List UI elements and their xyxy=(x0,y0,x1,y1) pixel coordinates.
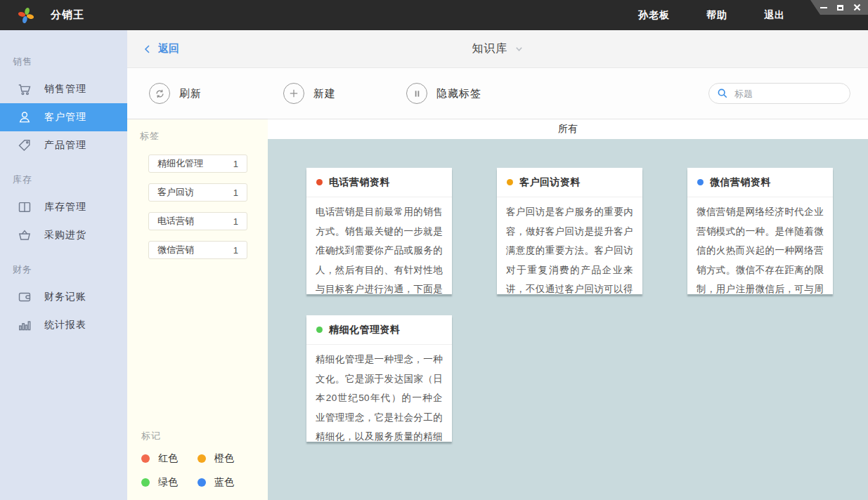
user-menu[interactable]: 孙老板 xyxy=(638,9,670,22)
card-refined-management[interactable]: 精细化管理资料 精细化管理是一种理念，一种文化。它是源于发达国家（日本20世纪5… xyxy=(306,315,452,442)
card-body: 微信营销是网络经济时代企业营销模式的一种。是伴随着微信的火热而兴起的一种网络营销… xyxy=(687,197,833,294)
tag-name: 客户回访 xyxy=(157,186,194,199)
tag-chip-wechat-marketing[interactable]: 微信营销 1 xyxy=(148,241,247,259)
mark-orange[interactable]: 橙色 xyxy=(197,452,254,465)
tags-label: 标签 xyxy=(140,130,268,143)
card-body: 精细化管理是一种理念，一种文化。它是源于发达国家（日本20世纪50年代）的一种企… xyxy=(306,345,452,442)
sidebar-item-purchasing[interactable]: 采购进货 xyxy=(0,221,127,249)
sidebar-item-label: 统计报表 xyxy=(44,319,86,331)
card-title: 电话营销资料 xyxy=(329,176,390,189)
sidebar-section-inventory: 库存 xyxy=(0,159,127,193)
sidebar-section-sales: 销售 xyxy=(0,41,127,75)
new-label: 新建 xyxy=(313,87,336,100)
toolbar: 刷新 新建 隐藏标签 xyxy=(127,68,868,119)
mark-name: 绿色 xyxy=(158,476,178,489)
app-window: 分销王 孙老板 帮助 退出 销售 销售管理 xyxy=(0,0,868,500)
sidebar-item-sales-management[interactable]: 销售管理 xyxy=(0,75,127,103)
green-dot-icon xyxy=(316,327,323,333)
refresh-button[interactable]: 刷新 xyxy=(149,83,202,104)
tags-panel: 标签 精细化管理 1 客户回访 1 电话营销 1 微信营销 xyxy=(127,119,268,500)
sidebar-item-product-management[interactable]: 产品管理 xyxy=(0,131,127,159)
green-dot-icon xyxy=(141,478,150,487)
chart-icon xyxy=(17,317,32,333)
tag-chip-refined-management[interactable]: 精细化管理 1 xyxy=(148,154,247,173)
titlebar: 分销王 孙老板 帮助 退出 xyxy=(0,0,868,30)
back-label: 返回 xyxy=(158,42,179,55)
blue-dot-icon xyxy=(197,478,206,487)
search-box xyxy=(708,83,850,104)
mark-red[interactable]: 红色 xyxy=(141,452,197,465)
chevron-down-icon[interactable] xyxy=(514,44,524,53)
chevron-left-icon xyxy=(143,44,153,54)
tag-count: 1 xyxy=(233,188,238,198)
wallet-icon xyxy=(17,289,32,305)
sidebar-item-reports[interactable]: 统计报表 xyxy=(0,311,127,339)
tag-name: 微信营销 xyxy=(157,244,194,256)
red-dot-icon xyxy=(316,179,323,185)
search-input[interactable] xyxy=(708,83,850,104)
mark-name: 橙色 xyxy=(214,452,234,465)
card-wechat-marketing[interactable]: 微信营销资料 微信营销是网络经济时代企业营销模式的一种。是伴随着微信的火热而兴起… xyxy=(687,168,833,294)
close-icon[interactable] xyxy=(853,4,861,11)
pause-icon xyxy=(412,88,422,99)
new-button[interactable]: 新建 xyxy=(283,83,336,104)
group-header-all[interactable]: 所有 xyxy=(268,119,868,139)
refresh-label: 刷新 xyxy=(179,87,202,100)
minimize-icon[interactable] xyxy=(820,4,827,11)
plus-icon xyxy=(288,88,299,99)
page-header: 返回 知识库 xyxy=(127,30,868,68)
maximize-icon[interactable] xyxy=(836,4,844,11)
tag-chip-customer-followup[interactable]: 客户回访 1 xyxy=(148,183,247,202)
app-title: 分销王 xyxy=(51,8,84,22)
sidebar-item-label: 产品管理 xyxy=(44,139,86,152)
sidebar-section-finance: 财务 xyxy=(0,249,127,283)
book-icon xyxy=(17,199,32,215)
tag-icon xyxy=(17,138,32,153)
card-body: 电话营销是目前最常用的销售方式。销售最关键的一步就是准确找到需要你产品或服务的人… xyxy=(306,197,452,294)
sidebar-item-label: 财务记账 xyxy=(44,291,86,303)
tag-chip-telemarketing[interactable]: 电话营销 1 xyxy=(148,212,247,230)
search-icon xyxy=(717,88,728,99)
sidebar-item-label: 客户管理 xyxy=(44,111,86,124)
cart-icon xyxy=(17,81,32,97)
app-logo-pinwheel-icon xyxy=(17,6,35,25)
knowledge-board: 所有 电话营销资料 电话营销是目前最常用的销售方式。销售最关键的一步就是准确找到… xyxy=(268,119,868,500)
back-button[interactable]: 返回 xyxy=(143,42,179,55)
help-menu[interactable]: 帮助 xyxy=(706,9,727,22)
sidebar-item-label: 库存管理 xyxy=(44,201,86,213)
tag-count: 1 xyxy=(233,216,238,227)
basket-icon xyxy=(17,228,32,243)
sidebar-item-bookkeeping[interactable]: 财务记账 xyxy=(0,283,127,311)
red-dot-icon xyxy=(141,454,150,463)
mark-green[interactable]: 绿色 xyxy=(141,476,197,489)
card-customer-followup[interactable]: 客户回访资料 客户回访是客户服务的重要内容，做好客户回访是提升客户满意度的重要方… xyxy=(497,168,642,294)
card-title: 微信营销资料 xyxy=(710,176,771,189)
marks-section: 标记 红色 橙色 绿色 xyxy=(127,430,268,500)
card-body: 客户回访是客户服务的重要内容，做好客户回访是提升客户满意度的重要方法。客户回访对… xyxy=(497,197,642,294)
tag-name: 精细化管理 xyxy=(157,157,203,170)
sidebar-item-label: 采购进货 xyxy=(44,229,86,242)
user-icon xyxy=(17,110,32,125)
refresh-icon xyxy=(154,88,166,100)
mark-name: 蓝色 xyxy=(214,476,234,489)
mark-blue[interactable]: 蓝色 xyxy=(197,476,254,489)
page-title[interactable]: 知识库 xyxy=(472,41,508,56)
card-telemarketing[interactable]: 电话营销资料 电话营销是目前最常用的销售方式。销售最关键的一步就是准确找到需要你… xyxy=(306,168,452,294)
marks-label: 标记 xyxy=(141,430,268,442)
sidebar-item-inventory-management[interactable]: 库存管理 xyxy=(0,193,127,221)
sidebar-item-label: 销售管理 xyxy=(44,83,86,96)
window-controls xyxy=(810,0,868,15)
tag-name: 电话营销 xyxy=(157,215,194,228)
sidebar-item-customer-management[interactable]: 客户管理 xyxy=(0,103,127,131)
tag-count: 1 xyxy=(233,159,238,169)
mark-name: 红色 xyxy=(158,452,178,465)
orange-dot-icon xyxy=(507,179,513,185)
orange-dot-icon xyxy=(197,454,206,463)
blue-dot-icon xyxy=(697,179,704,185)
sidebar: 销售 销售管理 客户管理 产品管理 xyxy=(0,30,127,500)
card-title: 精细化管理资料 xyxy=(329,324,401,336)
hide-tags-label: 隐藏标签 xyxy=(436,87,481,100)
hide-tags-button[interactable]: 隐藏标签 xyxy=(406,83,481,104)
logout-button[interactable]: 退出 xyxy=(764,9,785,22)
tag-count: 1 xyxy=(233,245,238,256)
